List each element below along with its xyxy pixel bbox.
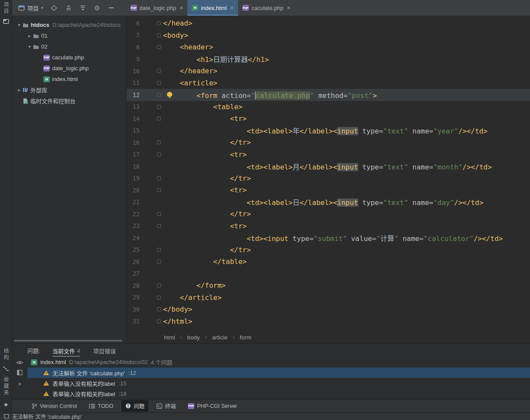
horizontal-scrollbar[interactable] [14, 340, 122, 342]
code-line[interactable]: 29 </article> [127, 292, 530, 304]
expand-arrow-icon[interactable] [16, 88, 23, 92]
project-folder-icon[interactable] [3, 19, 9, 24]
code-line[interactable]: 19 </tr> [127, 173, 530, 185]
fold-marker[interactable] [155, 283, 162, 287]
fold-marker[interactable] [155, 93, 162, 97]
fold-marker[interactable] [155, 45, 162, 49]
project-selector[interactable]: 项目 ▾ [18, 4, 43, 12]
fold-knob-icon[interactable] [157, 188, 161, 192]
fold-knob-icon[interactable] [157, 21, 161, 25]
code-line[interactable]: 24 <td><input type="submit" value="计算" n… [127, 232, 530, 244]
code-line[interactable]: 28 </form> [127, 280, 530, 292]
fold-knob-icon[interactable] [157, 153, 161, 156]
code-line[interactable]: 17 <tr> [127, 149, 530, 161]
fold-knob-icon[interactable] [157, 319, 161, 323]
fold-knob-icon[interactable] [157, 69, 161, 73]
fold-knob-icon[interactable] [157, 224, 161, 228]
show-more-icon[interactable] [18, 380, 22, 387]
close-icon[interactable] [180, 5, 183, 11]
fold-knob-icon[interactable] [157, 81, 161, 85]
structure-icon[interactable] [3, 366, 9, 371]
tree-item[interactable]: Hindex.html [12, 74, 126, 85]
fold-marker[interactable] [155, 319, 162, 323]
fold-marker[interactable] [155, 307, 162, 311]
collapse-arrow-icon[interactable] [16, 23, 23, 27]
fold-knob-icon[interactable] [157, 248, 161, 252]
fold-marker[interactable] [155, 81, 162, 85]
close-icon[interactable] [230, 5, 234, 11]
code-line[interactable]: 21 <td><label>日</label><input type="text… [127, 196, 530, 208]
toolwindow-button-problems[interactable]: 问题 [121, 400, 148, 412]
editor-tab[interactable]: PHPcaculate.php [238, 0, 295, 16]
code-editor[interactable]: 6</head>7<body>8 <header>9 <h1>日期计算器</h1… [127, 16, 530, 331]
editor-tab[interactable]: PHPdate_logic.php [126, 0, 188, 16]
fold-knob-icon[interactable] [157, 176, 161, 180]
fold-marker[interactable] [155, 117, 162, 120]
fold-knob-icon[interactable] [157, 260, 161, 264]
fold-marker[interactable] [155, 176, 162, 180]
expand-all-icon[interactable] [65, 4, 72, 11]
fold-knob-icon[interactable] [157, 105, 161, 109]
fold-knob-icon[interactable] [157, 212, 161, 216]
code-line[interactable]: 22 </tr> [127, 208, 530, 220]
bookmark-star-icon[interactable]: ★ [3, 401, 9, 408]
problem-row[interactable]: 表单输入没有相关的label:18 [27, 388, 530, 399]
breadcrumb-item[interactable]: html [164, 334, 175, 341]
code-line[interactable]: 7<body> [127, 29, 530, 42]
problems-tab[interactable]: 项目错误 [93, 344, 116, 357]
code-line[interactable]: 11 <article> [127, 77, 530, 89]
fold-knob-icon[interactable] [157, 93, 161, 97]
breadcrumb-item[interactable]: article [212, 334, 228, 341]
problems-file-row[interactable]: Hindex.htmlD:\apache\Apache24\htdocs\024… [27, 357, 530, 368]
code-line[interactable]: 31</html> [127, 316, 530, 328]
code-line[interactable]: 12 <form action="calculate.php" method="… [127, 89, 530, 101]
fold-marker[interactable] [155, 296, 162, 300]
tree-item[interactable]: PHPdate_logic.php [12, 63, 126, 74]
code-line[interactable]: 20 <tr> [127, 184, 530, 196]
code-line[interactable]: 10 </header> [127, 65, 530, 77]
problem-row[interactable]: 无法解析 文件 'calculate.php':12 [27, 368, 530, 378]
collapse-arrow-icon[interactable] [26, 44, 33, 49]
hide-toolbar-icon[interactable] [108, 4, 115, 11]
toolwindow-button-vcs[interactable]: Version Control [28, 401, 81, 411]
code-line[interactable]: 14 <tr> [127, 113, 530, 125]
toolwindow-button-todo[interactable]: TODO [85, 401, 117, 411]
preview-panel-icon[interactable] [17, 370, 23, 375]
toolwindow-button-php[interactable]: PHPPHP-CGI Server [184, 401, 241, 411]
fold-marker[interactable] [155, 21, 162, 25]
fold-marker[interactable] [155, 153, 162, 156]
tree-item[interactable]: 临时文件和控制台 [12, 95, 126, 106]
favorites-toolwindow-button[interactable]: 收藏夹 [2, 377, 10, 396]
fold-marker[interactable] [155, 260, 162, 264]
toolwindow-button-terminal[interactable]: 终端 [153, 400, 180, 412]
breadcrumb-item[interactable]: body [187, 334, 200, 341]
fold-marker[interactable] [155, 188, 162, 192]
fold-knob-icon[interactable] [157, 45, 161, 49]
fold-knob-icon[interactable] [157, 140, 161, 144]
code-line[interactable]: 30</body> [127, 303, 530, 316]
code-line[interactable]: 25 </tr> [127, 244, 530, 256]
fold-knob-icon[interactable] [157, 33, 161, 37]
fold-marker[interactable] [155, 69, 162, 73]
fold-knob-icon[interactable] [157, 283, 161, 287]
fold-knob-icon[interactable] [157, 296, 161, 300]
fold-marker[interactable] [155, 33, 162, 37]
tree-item[interactable]: 01 [12, 30, 126, 41]
fold-marker[interactable] [155, 224, 162, 228]
tree-item[interactable]: 外部库 [12, 85, 126, 95]
fold-marker[interactable] [155, 105, 162, 109]
tree-item[interactable]: 02 [12, 41, 126, 52]
fold-marker[interactable] [155, 248, 162, 252]
problem-row[interactable]: 表单输入没有相关的label:15 [27, 378, 530, 388]
expand-arrow-icon[interactable] [26, 33, 33, 38]
intention-bulb-icon[interactable] [167, 92, 172, 97]
code-line[interactable]: 23 <tr> [127, 220, 530, 232]
code-line[interactable]: 26 </table> [127, 256, 530, 268]
editor-tab[interactable]: Hindex.html [187, 0, 238, 16]
problems-tab[interactable]: 当前文件4 [52, 344, 80, 357]
locate-icon[interactable] [51, 4, 58, 11]
code-line[interactable]: 27 [127, 268, 530, 280]
code-line[interactable]: 9 <h1>日期计算器</h1> [127, 53, 530, 65]
close-icon[interactable] [287, 5, 290, 11]
eye-icon[interactable] [16, 360, 23, 365]
